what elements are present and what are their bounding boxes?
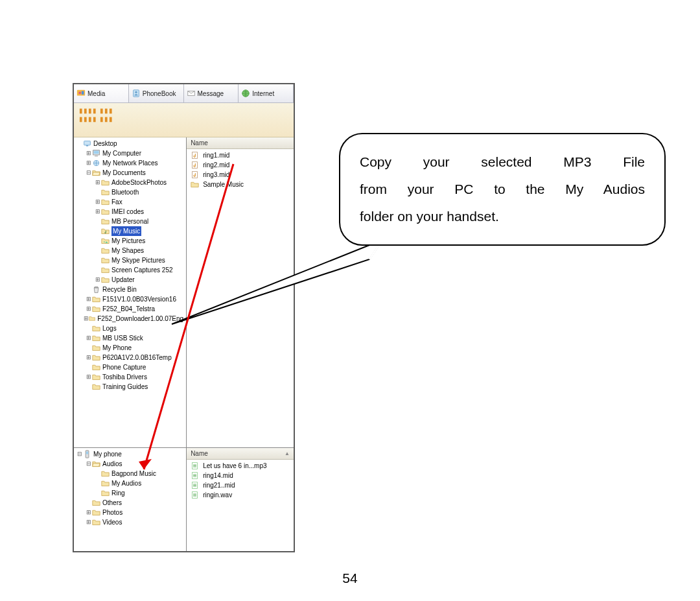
tree-toggle-icon[interactable]: ⊞ [95,207,101,217]
tree-toggle-icon[interactable]: ⊞ [95,197,101,207]
phone-list-header[interactable]: Name ▲ [187,448,294,460]
tab-message[interactable]: Message [184,84,239,102]
page-number: 54 [0,571,700,586]
file-item[interactable]: ring21..mid [187,480,294,490]
tree-item-label: My Phone [102,343,132,353]
tree-item[interactable]: ⊞Toshiba Drivers [74,372,186,382]
tree-item[interactable]: ⊞Photos [74,508,186,517]
tree-item[interactable]: My Pictures [74,236,186,246]
tree-item[interactable]: My Phone [74,343,186,353]
tree-item[interactable]: ⊞IMEI codes [74,207,186,217]
tree-toggle-icon[interactable]: ⊞ [86,294,92,304]
tree-item[interactable]: My Shapes [74,246,186,255]
tree-item-label: P620A1V2.0.0B16Temp [102,353,172,362]
file-item[interactable]: Sample Music [187,180,294,189]
toolbar-icons: ▮▮▮▮ ▮▮▮▮▮▮▮ ▮▮▮ [79,106,288,123]
file-item[interactable]: ring1.mid [187,150,294,160]
tree-toggle-icon[interactable]: ⊞ [95,275,101,285]
folder-icon [92,324,100,333]
message-icon [187,89,196,98]
folder-icon [101,198,110,206]
tree-item[interactable]: MB Personal [74,217,186,226]
tree-item[interactable]: Bluetooth [74,187,186,197]
tree-toggle-icon[interactable]: ⊞ [86,333,92,343]
pc-tree-pane[interactable]: Desktop⊞My Computer⊞My Network Places⊟My… [74,137,187,447]
tree-item[interactable]: Logs [74,324,186,333]
tree-item[interactable]: ⊞AdobeStockPhotos [74,178,186,187]
tree-toggle-icon[interactable]: ⊞ [86,508,92,517]
tree-toggle-icon[interactable]: ⊞ [95,178,101,187]
file-item-label: ring21..mid [203,480,235,490]
tree-item[interactable]: ⊞F252_Downloader1.00.07Eng [74,314,186,324]
tree-item[interactable]: ⊞P620A1V2.0.0B16Temp [74,353,186,362]
tree-toggle-icon[interactable]: ⊞ [84,314,89,324]
tree-item-label: My Shapes [111,246,144,255]
tree-toggle-icon[interactable]: ⊞ [86,304,92,314]
svg-rect-11 [95,156,98,157]
tree-toggle-icon[interactable]: ⊟ [86,459,92,469]
tree-toggle-icon[interactable]: ⊟ [86,168,92,178]
file-item[interactable]: ring2.mid [187,160,294,170]
tree-item[interactable]: ⊞My Network Places [74,158,186,168]
tree-item[interactable]: Phone Capture [74,362,186,372]
folder-icon [92,363,100,371]
file-item[interactable]: ringin.wav [187,490,294,500]
tree-toggle-icon[interactable]: ⊞ [86,517,92,527]
folder-icon [101,217,110,226]
tab-media[interactable]: Media [74,84,129,102]
pc-list-header[interactable]: Name [187,137,294,149]
tree-item[interactable]: Others [74,498,186,508]
phone-file-pane[interactable]: Name ▲ Let us have 6 in...mp3ring14.midr… [187,448,294,552]
folder-icon [92,305,100,313]
phone-tree-pane[interactable]: ⊟My phone⊟AudiosBagpond MusicMy AudiosRi… [74,448,187,552]
tab-internet[interactable]: Internet [239,84,294,102]
tree-toggle-icon[interactable]: ⊞ [86,353,92,362]
tree-item[interactable]: My Music [74,226,186,236]
tree-item[interactable]: Bagpond Music [74,469,186,478]
tree-item-label: My Audios [111,478,141,488]
tree-item[interactable]: ⊟Audios [74,459,186,469]
folder-icon [101,469,110,478]
tree-item[interactable]: My Audios [74,478,186,488]
tree-toggle-icon[interactable]: ⊟ [76,449,83,459]
tree-toggle-icon[interactable]: ⊞ [86,372,92,382]
tree-item[interactable]: ⊟My phone [74,449,186,459]
tree-item[interactable]: ⊞My Computer [74,148,186,158]
folder-pics-icon [101,237,110,245]
file-item[interactable]: ring14.mid [187,471,294,480]
tree-item[interactable]: ⊞F151V1.0.0B03Version16 [74,294,186,304]
tree-item[interactable]: Training Guides [74,382,186,392]
tree-item[interactable]: Ring [74,488,186,498]
audio-icon [191,491,199,499]
tree-item[interactable]: Recycle Bin [74,285,186,294]
tree-item[interactable]: Screen Captures 252 [74,265,186,275]
tab-label: PhoneBook [143,90,176,97]
tree-item[interactable]: ⊞MB USB Stick [74,333,186,343]
svg-point-1 [79,91,82,94]
tree-item[interactable]: ⊟My Documents [74,168,186,178]
callout-line: from your PC to the My Audios [360,176,645,203]
tab-label: Media [88,90,105,97]
tree-item-label: Screen Captures 252 [111,265,173,275]
tree-item[interactable]: ⊞Videos [74,517,186,527]
internet-icon [241,89,250,98]
tree-item[interactable]: ⊞Fax [74,197,186,207]
tree-item-label: MB USB Stick [102,333,143,343]
tree-item-label: My Music [111,226,141,236]
tree-item[interactable]: My Skype Pictures [74,255,186,265]
file-item-label: ringin.wav [203,490,232,500]
tree-item-label: My Documents [102,168,146,178]
file-item[interactable]: ring3.mid [187,170,294,180]
tab-phonebook[interactable]: PhoneBook [129,84,184,102]
midi-icon [191,151,199,159]
panel-area: Desktop⊞My Computer⊞My Network Places⊟My… [74,137,294,552]
tree-item[interactable]: ⊞Updater [74,275,186,285]
folder-icon [92,334,100,342]
tree-item[interactable]: ⊞F252_B04_Telstra [74,304,186,314]
tree-toggle-icon[interactable]: ⊞ [86,148,92,158]
tree-toggle-icon[interactable]: ⊞ [86,158,92,168]
file-item-label: Sample Music [203,180,244,189]
pc-file-pane[interactable]: Name ring1.midring2.midring3.midSample M… [187,137,294,447]
file-item[interactable]: Let us have 6 in...mp3 [187,461,294,471]
tree-item[interactable]: Desktop [74,139,186,148]
